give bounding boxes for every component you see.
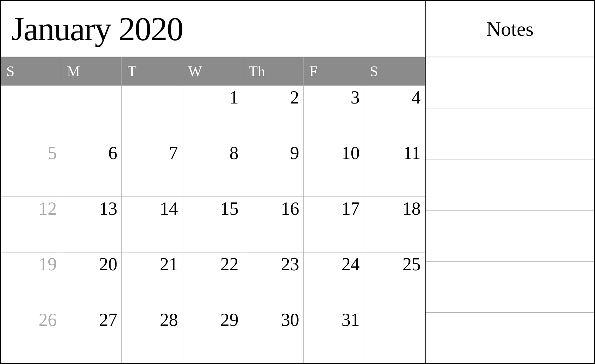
cell-day-number: 23	[281, 255, 299, 273]
cell-day-number: 16	[281, 200, 299, 218]
notes-title: Notes	[486, 17, 533, 41]
calendar-cell-w1-d1: 0	[1, 86, 61, 141]
notes-line-3[interactable]	[426, 159, 594, 210]
calendar-cell-w5-d5: 30	[243, 308, 304, 363]
cell-day-number: 17	[342, 200, 360, 218]
calendar-cell-w3-d3: 14	[122, 197, 182, 252]
day-header-thursday: Th	[243, 57, 304, 85]
day-header-tuesday: T	[122, 57, 182, 85]
calendar-cell-w2-d3: 7	[122, 141, 182, 197]
cell-day-number: 31	[342, 311, 360, 329]
calendar-cell-w1-d3: 0	[122, 86, 182, 141]
calendar-cell-w4-d3: 21	[122, 252, 182, 308]
cell-day-number: 27	[99, 311, 117, 329]
calendar-cell-w4-d2: 20	[61, 252, 122, 308]
cell-day-number: 3	[351, 88, 360, 107]
day-header-monday: M	[61, 57, 122, 85]
calendar-cell-w1-d2: 0	[61, 86, 122, 141]
calendar-cell-w4-d1: 19	[1, 252, 61, 308]
notes-line-1[interactable]	[426, 57, 594, 108]
cell-day-number: 12	[38, 200, 57, 218]
cell-day-number: 19	[38, 255, 57, 273]
calendar-cell-w3-d7: 18	[364, 197, 425, 252]
calendar-cell-w4-d4: 22	[182, 252, 243, 308]
calendar-cell-w2-d4: 8	[182, 141, 243, 197]
week-row-2: 567891011	[1, 141, 425, 197]
calendar-cell-w2-d7: 11	[364, 141, 425, 197]
day-header-sunday: S	[1, 57, 61, 85]
calendar-cell-w4-d7: 25	[364, 252, 425, 308]
calendar-cell-w3-d2: 13	[61, 197, 122, 252]
cell-day-number: 6	[108, 144, 117, 162]
calendar-cell-w5-d7: 0	[364, 308, 425, 363]
cell-day-number: 5	[48, 144, 57, 162]
notes-header: Notes	[426, 1, 594, 57]
notes-lines[interactable]	[426, 57, 594, 363]
calendar-cell-w5-d6: 31	[304, 308, 364, 363]
cell-day-number: 21	[160, 255, 178, 273]
cell-day-number: 2	[290, 88, 299, 107]
calendar-cell-w5-d2: 27	[61, 308, 122, 363]
notes-line-5[interactable]	[426, 262, 594, 313]
calendar-cell-w3-d5: 16	[243, 197, 304, 252]
calendar-cell-w4-d6: 24	[304, 252, 364, 308]
cell-day-number: 9	[290, 144, 299, 162]
calendar-cell-w3-d4: 15	[182, 197, 243, 252]
calendar-cell-w1-d4: 1	[182, 86, 243, 141]
calendar-cell-w5-d4: 29	[182, 308, 243, 363]
calendar-cell-w5-d3: 28	[122, 308, 182, 363]
notes-panel: Notes	[426, 1, 594, 363]
calendar-grid: 0001234567891011121314151617181920212223…	[1, 85, 425, 363]
notes-line-6[interactable]	[426, 313, 594, 363]
day-header-saturday: S	[364, 57, 425, 85]
calendar-cell-w2-d6: 10	[304, 141, 364, 197]
cell-day-number: 13	[99, 200, 117, 218]
calendar-cell-w2-d1: 5	[1, 141, 61, 197]
cell-day-number: 7	[169, 144, 178, 162]
day-header-wednesday: W	[182, 57, 243, 85]
notes-line-2[interactable]	[426, 108, 594, 159]
week-row-5: 2627282930310	[1, 308, 425, 363]
calendar-cell-w2-d2: 6	[61, 141, 122, 197]
day-header-friday: F	[304, 57, 364, 85]
calendar-cell-w1-d6: 3	[304, 86, 364, 141]
cell-day-number: 25	[402, 255, 421, 273]
cell-day-number: 29	[220, 311, 239, 329]
calendar-main: January 2020 S M T W Th F S	[1, 1, 426, 363]
cell-day-number: 4	[412, 88, 421, 107]
calendar-container: January 2020 S M T W Th F S	[0, 0, 595, 364]
calendar-cell-w4-d5: 23	[243, 252, 304, 308]
cell-day-number: 18	[402, 200, 421, 218]
calendar-cell-w2-d5: 9	[243, 141, 304, 197]
calendar-cell-w3-d1: 12	[1, 197, 61, 252]
week-row-3: 12131415161718	[1, 197, 425, 252]
cell-day-number: 1	[230, 88, 239, 107]
cell-day-number: 28	[160, 311, 178, 329]
notes-line-4[interactable]	[426, 210, 594, 262]
calendar-cell-w1-d5: 2	[243, 86, 304, 141]
days-of-week-header: S M T W Th F S	[1, 57, 425, 85]
cell-day-number: 8	[230, 144, 239, 162]
calendar-cell-w5-d1: 26	[1, 308, 61, 363]
cell-day-number: 15	[220, 200, 239, 218]
calendar-header: January 2020	[1, 1, 425, 57]
cell-day-number: 22	[220, 255, 239, 273]
cell-day-number: 20	[99, 255, 117, 273]
cell-day-number: 30	[281, 311, 299, 329]
cell-day-number: 11	[403, 144, 421, 162]
calendar-cell-w1-d7: 4	[364, 86, 425, 141]
cell-day-number: 26	[38, 311, 57, 329]
calendar-title: January 2020	[11, 9, 183, 48]
cell-day-number: 14	[160, 200, 178, 218]
cell-day-number: 24	[342, 255, 360, 273]
calendar-cell-w3-d6: 17	[304, 197, 364, 252]
week-row-1: 0001234	[1, 85, 425, 141]
cell-day-number: 10	[342, 144, 360, 162]
week-row-4: 19202122232425	[1, 252, 425, 308]
